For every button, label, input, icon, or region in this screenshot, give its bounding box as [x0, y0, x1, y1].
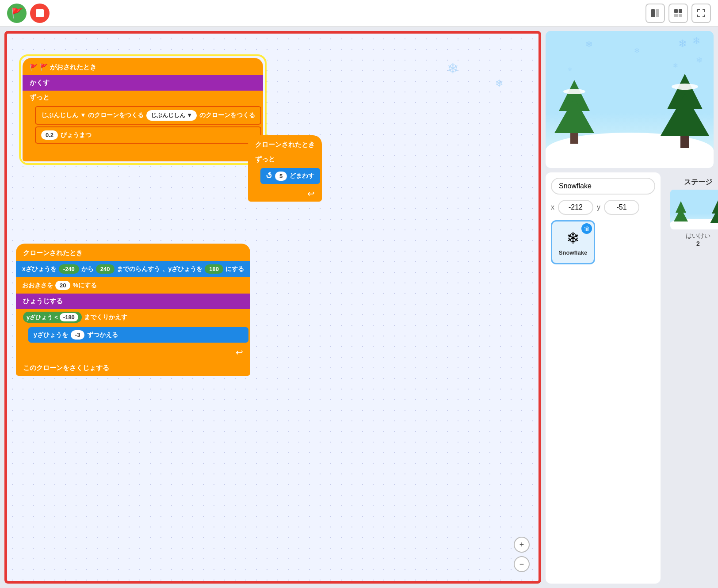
- hat-block-clone-3: クローンされたとき: [16, 244, 250, 261]
- main-area: ❄ ❄ 🚩 🚩 がおされたとき かくす ずっと じぶんじしん ▼ のクローンをつ…: [0, 27, 718, 588]
- right-panel: ❄ ❄ ❄ ❄ ❄ ❄ ❄: [546, 27, 718, 588]
- stop-button[interactable]: [30, 4, 50, 23]
- wait-value[interactable]: 0.2: [41, 130, 58, 140]
- stage-snowflake-7: ❄: [568, 66, 572, 73]
- y-coord-input[interactable]: [604, 200, 639, 215]
- rotate-value[interactable]: 5: [275, 172, 287, 181]
- loop-bottom-1: ↩: [23, 145, 263, 161]
- svg-rect-1: [656, 9, 659, 17]
- loop-arrow-icon-2: ↩: [307, 188, 315, 199]
- hat-block-flag: 🚩 🚩 がおされたとき: [23, 58, 263, 75]
- x-coord-input[interactable]: [558, 200, 593, 215]
- tree-mid-2: [661, 94, 709, 136]
- stage-thumbnail[interactable]: [670, 190, 718, 229]
- loop-bottom-2: ↩: [248, 186, 322, 202]
- loop-bottom-3: ↩: [16, 344, 250, 360]
- zoom-controls: + −: [514, 537, 530, 572]
- loop-forever-label-2: ずっと: [248, 153, 322, 166]
- block-set-x: xざひょうを -240 から 240 までのらんすう 、yざひょうを 180 に…: [16, 261, 250, 277]
- x-from-value[interactable]: -240: [59, 264, 79, 274]
- stage-snowflake-1: ❄: [585, 39, 593, 50]
- sprite-snowflake-icon: ❄: [566, 229, 580, 248]
- sprite-name-row: [551, 178, 655, 195]
- block-wait: 0.2 びょうまつ: [35, 126, 261, 144]
- fullscreen-icon: [697, 9, 706, 18]
- block-rotate: ↺ 5 どまわす: [260, 168, 320, 184]
- x-label: x: [551, 203, 554, 211]
- block-show: ひょうじする: [16, 294, 250, 309]
- loop-body-3: yざひょうを -3 ずつかえる: [16, 325, 250, 344]
- toolbar: 🚩: [0, 0, 718, 27]
- svg-rect-3: [679, 9, 682, 13]
- svg-rect-0: [651, 9, 655, 17]
- loop-forever-label: ずっと: [23, 91, 263, 104]
- tree-right: [661, 74, 709, 148]
- size-value[interactable]: 20: [55, 281, 70, 290]
- thumb-tree-m2: [710, 208, 718, 223]
- stack-when-cloned-2: クローンされたとき ずっと ↺ 5 どまわす ↩: [248, 135, 322, 202]
- loop-arrow-icon-3: ↩: [236, 347, 243, 358]
- stage-bg: ❄ ❄ ❄ ❄ ❄ ❄ ❄: [546, 31, 714, 168]
- stack-when-flag: 🚩 🚩 がおされたとき かくす ずっと じぶんじしん ▼ のクローンをつくる じ…: [23, 58, 263, 161]
- sprite-item-snowflake[interactable]: 🗑 ❄ Snowflake: [551, 220, 595, 264]
- sprite-main-panel: x y 🗑 ❄ Snowflake: [546, 172, 661, 584]
- stage-snowflake-3: ❄: [678, 38, 687, 50]
- layout-btn-2[interactable]: [668, 4, 688, 23]
- green-flag-button[interactable]: 🚩: [7, 4, 27, 23]
- block-change-y: yざひょうを -3 ずつかえる: [28, 327, 248, 343]
- loop-until-label: yざひょう < -180 までくりかえす: [16, 309, 250, 325]
- layout-icon-2: [674, 9, 683, 18]
- stage-snowflake-6: ❄: [673, 62, 678, 69]
- loop-until-value[interactable]: -180: [60, 313, 78, 321]
- y-label: y: [597, 203, 600, 211]
- block-clone: じぶんじしん ▼ のクローンをつくる じぶんじしん ▼ のクローンをつくる: [35, 106, 261, 125]
- sprite-delete-button[interactable]: 🗑: [581, 223, 592, 234]
- stage-thumb-tree-2: [710, 200, 718, 223]
- trash-icon: 🗑: [584, 225, 590, 232]
- dropdown-self[interactable]: じぶんじしん ▼: [146, 110, 197, 121]
- snowflake-decoration-1: ❄: [447, 60, 459, 77]
- zoom-in-button[interactable]: +: [514, 537, 530, 553]
- green-flag-icon: 🚩: [11, 8, 23, 19]
- block-set-size: おおきさを 20 %にする: [16, 277, 250, 294]
- svg-rect-4: [674, 14, 678, 17]
- stage-snowflake-2: ❄: [634, 46, 640, 55]
- block-hide: かくす: [23, 75, 263, 91]
- code-editor[interactable]: ❄ ❄ 🚩 🚩 がおされたとき かくす ずっと じぶんじしん ▼ のクローンをつ…: [4, 31, 541, 584]
- toolbar-right: [645, 4, 711, 23]
- snow-tree-2: [672, 84, 698, 90]
- x-to-value[interactable]: 240: [96, 264, 115, 274]
- svg-rect-5: [679, 14, 682, 17]
- haikei-label: はいけい: [686, 232, 710, 240]
- y-set-value[interactable]: 180: [205, 264, 223, 274]
- fullscreen-button[interactable]: [691, 4, 711, 23]
- sprite-name-input[interactable]: [551, 178, 655, 195]
- stop-icon: [36, 9, 44, 17]
- tree-trunk-2: [680, 136, 689, 148]
- stack-when-cloned-3: クローンされたとき xざひょうを -240 から 240 までのらんすう 、yざ…: [16, 244, 250, 376]
- block-delete-clone: このクローンをさくじょする: [16, 360, 250, 376]
- sprites-list: 🗑 ❄ Snowflake: [551, 220, 655, 264]
- stage-snowflake-5: ❄: [692, 35, 700, 47]
- layout-split-icon: [651, 9, 660, 18]
- tree-mid-1: [554, 98, 594, 133]
- thumb-tree-m1: [674, 208, 688, 221]
- svg-rect-2: [674, 9, 678, 13]
- stage-thumb-bg: [670, 190, 718, 229]
- snow-tree-1: [563, 89, 585, 94]
- condition-block: yざひょう < -180: [23, 312, 82, 323]
- stage-column: ステージ はいけい: [665, 172, 718, 584]
- haikei-count: 2: [696, 240, 700, 247]
- stage-thumb-tree-1: [674, 201, 688, 221]
- zoom-out-button[interactable]: −: [514, 556, 530, 572]
- change-y-value[interactable]: -3: [71, 330, 85, 340]
- snowflake-decoration-2: ❄: [495, 78, 503, 89]
- rotate-icon: ↺: [264, 170, 275, 182]
- toolbar-left: 🚩: [7, 4, 642, 23]
- loop-body-1: じぶんじしん ▼ のクローンをつくる じぶんじしん ▼ のクローンをつくる 0.…: [23, 104, 263, 145]
- flag-icon: 🚩: [30, 64, 38, 72]
- hat-block-clone-2: クローンされたとき: [248, 135, 322, 153]
- stage-label: ステージ: [684, 178, 712, 187]
- tree-left: [554, 80, 594, 144]
- layout-btn-1[interactable]: [645, 4, 665, 23]
